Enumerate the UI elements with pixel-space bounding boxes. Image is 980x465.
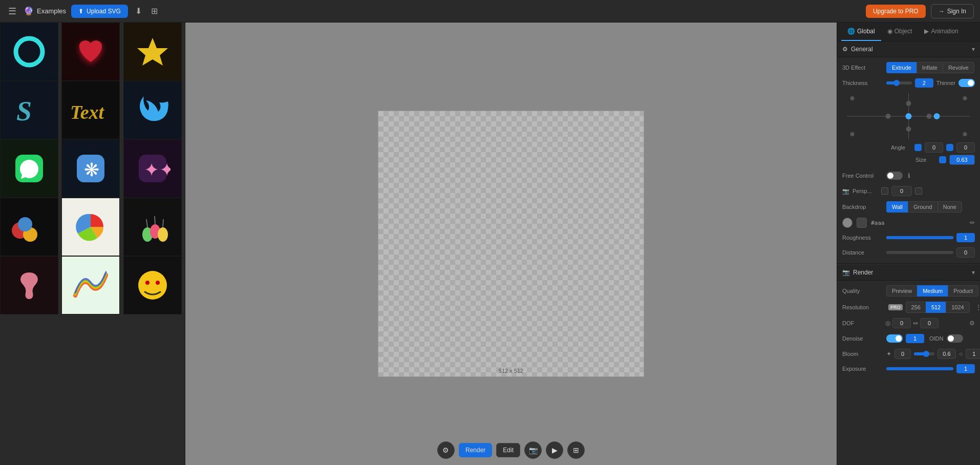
extrude-button[interactable]: Extrude [886, 62, 917, 73]
menu-button[interactable]: ☰ [6, 4, 18, 19]
bloom-slider[interactable] [914, 352, 934, 355]
none-button[interactable]: None [938, 201, 962, 213]
bloom-input3[interactable] [966, 349, 980, 359]
list-item[interactable] [0, 139, 58, 198]
free-control-toggle[interactable] [886, 172, 903, 180]
list-item[interactable] [123, 23, 182, 81]
svg-point-25 [850, 132, 855, 136]
svg-point-18 [138, 271, 167, 300]
svg-point-28 [886, 114, 891, 119]
exposure-slider[interactable] [886, 367, 953, 370]
thickness-slider[interactable] [886, 81, 912, 84]
product-button[interactable]: Product [948, 285, 978, 297]
inflate-button[interactable]: Inflate [917, 62, 943, 73]
dof-distance-icon: ⇔ [913, 320, 918, 327]
roughness-slider[interactable] [886, 236, 953, 239]
angle-inputs: Angle [842, 142, 975, 153]
object-icon: ◉ [887, 28, 892, 35]
thickness-input[interactable] [915, 78, 933, 88]
list-item[interactable] [61, 256, 120, 314]
denoise-toggle[interactable] [886, 334, 903, 343]
thinner-toggle[interactable] [958, 79, 975, 87]
global-icon: 🌐 [847, 28, 855, 35]
revolve-button[interactable]: Revolve [943, 62, 974, 73]
wall-button[interactable]: Wall [886, 201, 908, 213]
list-item[interactable] [123, 256, 182, 314]
dof-label: DOF [842, 320, 883, 326]
dof-distance-input[interactable] [920, 318, 939, 328]
list-item[interactable] [61, 23, 120, 81]
tab-global[interactable]: 🌐 Global [841, 23, 881, 41]
roughness-row: Roughness [837, 230, 980, 245]
persp-input[interactable] [891, 186, 912, 196]
svg-point-24 [963, 96, 967, 100]
download-button[interactable]: ⬇ [133, 4, 144, 18]
grid-view-button[interactable]: ⊞ [567, 441, 585, 459]
angle-y-input[interactable] [956, 142, 975, 153]
general-content: 3D Effect Extrude Inflate Revolve Thickn… [837, 57, 980, 262]
quality-row: Quality Preview Medium Product ⋮ [837, 283, 980, 299]
list-item[interactable] [0, 23, 58, 81]
svg-point-31 [906, 126, 911, 132]
persp-checkbox[interactable] [881, 187, 888, 195]
ground-button[interactable]: Ground [908, 201, 938, 213]
upload-svg-button[interactable]: ⬆ Upload SVG [71, 5, 128, 18]
bloom-input2[interactable] [938, 349, 956, 359]
res-1024-button[interactable]: 1024 [946, 302, 969, 313]
render-button[interactable]: Render [459, 443, 492, 457]
settings-button[interactable]: ⚙ [437, 441, 455, 459]
svg-point-0 [16, 38, 42, 65]
angle-x-input[interactable] [925, 142, 943, 153]
denoise-input[interactable] [906, 334, 924, 343]
grid-button[interactable]: ⊞ [149, 4, 160, 18]
oidn-toggle[interactable] [947, 334, 963, 343]
tab-animation[interactable]: ▶ Animation [918, 23, 964, 41]
exposure-input[interactable] [956, 364, 975, 373]
list-item[interactable] [123, 198, 182, 256]
thinner-label: Thinner [936, 80, 955, 86]
dof-settings-icon[interactable]: ⚙ [969, 320, 975, 327]
list-item[interactable] [0, 198, 58, 256]
list-item[interactable] [61, 198, 120, 256]
distance-slider[interactable] [886, 251, 953, 254]
svg-line-16 [155, 216, 155, 224]
svg-point-19 [145, 281, 150, 285]
angle-area: Angle Size [837, 90, 980, 168]
list-item[interactable]: ✦✦ [123, 139, 182, 198]
list-item[interactable]: ❋ [61, 139, 120, 198]
bloom-circle-icon: ○ [959, 350, 963, 357]
gear-icon: ⚙ [842, 46, 848, 53]
list-item[interactable] [123, 81, 182, 139]
list-item[interactable]: Text [61, 81, 120, 139]
persp-checkbox2[interactable] [915, 187, 922, 195]
distance-input[interactable] [956, 247, 975, 258]
canvas-checkerboard [378, 111, 644, 377]
size-input[interactable] [949, 155, 975, 165]
dof-aperture-input[interactable] [892, 318, 911, 328]
backdrop-color-swatch1[interactable] [842, 218, 853, 228]
preview-button[interactable]: Preview [886, 285, 917, 297]
resolution-more-button[interactable]: ⋮ [973, 302, 980, 312]
bloom-input1[interactable] [894, 349, 911, 359]
signin-button[interactable]: → Sign In [931, 4, 974, 18]
upgrade-label: Upgrade to PRO [873, 8, 919, 15]
play-button[interactable]: ▶ [546, 441, 563, 459]
render-section-header[interactable]: 📷 Render ▾ [837, 265, 980, 281]
upgrade-button[interactable]: Upgrade to PRO [866, 5, 926, 18]
roughness-input[interactable] [956, 233, 975, 242]
res-512-button[interactable]: 512 [926, 302, 946, 313]
svg-point-32 [934, 113, 940, 119]
backdrop-color-swatch2[interactable] [857, 218, 867, 228]
dof-row: DOF ◎ ⇔ ⚙ [837, 315, 980, 331]
list-item[interactable]: S [0, 81, 58, 139]
list-item[interactable] [0, 256, 58, 314]
res-256-button[interactable]: 256 [906, 302, 926, 313]
bloom-label: Bloom [842, 351, 883, 357]
edit-color-icon[interactable]: ✏ [970, 219, 975, 226]
thickness-row: Thickness Thinner [837, 76, 980, 90]
camera-button[interactable]: 📷 [524, 441, 542, 459]
edit-button[interactable]: Edit [496, 443, 520, 457]
medium-button[interactable]: Medium [917, 285, 948, 297]
tab-object[interactable]: ◉ Object [881, 23, 919, 41]
general-section-header[interactable]: ⚙ General ▾ [837, 41, 980, 57]
